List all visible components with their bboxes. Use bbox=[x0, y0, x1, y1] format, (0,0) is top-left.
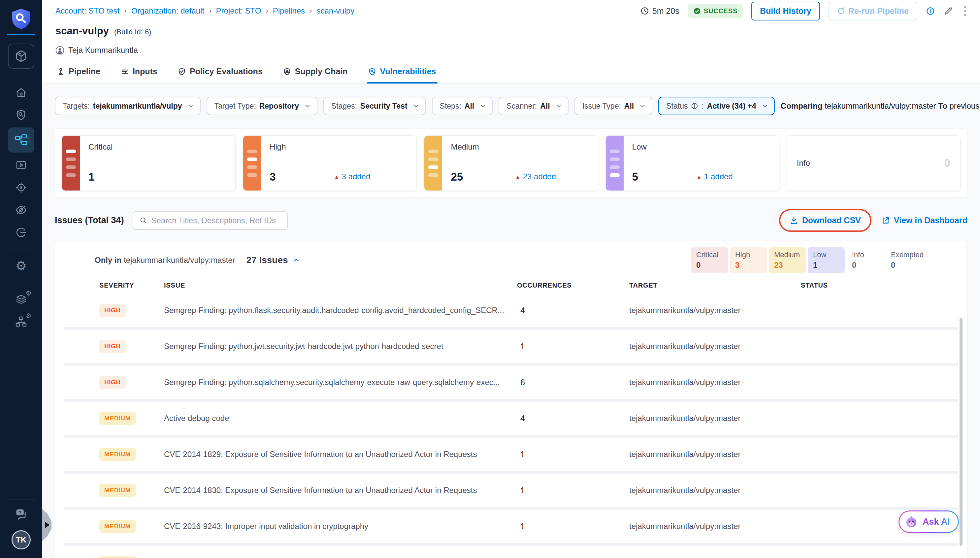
breadcrumb-link[interactable]: Organization: default bbox=[131, 6, 204, 15]
filter-steps-dropdown[interactable]: Steps:All bbox=[432, 97, 493, 115]
breadcrumb-link[interactable]: Account: STO test bbox=[56, 6, 119, 15]
issues-search bbox=[133, 211, 288, 230]
user-avatar[interactable]: TK bbox=[11, 530, 31, 550]
breadcrumb-link[interactable]: scan-vulpy bbox=[316, 6, 354, 15]
tab-pipeline[interactable]: Pipeline bbox=[56, 65, 101, 83]
filter-issue-type-dropdown[interactable]: Issue Type:All bbox=[574, 97, 653, 115]
chevron-down-icon bbox=[413, 103, 419, 109]
annotation-highlight-ring: Download CSV bbox=[779, 209, 872, 232]
chip-high[interactable]: High3 bbox=[730, 247, 767, 273]
executions-icon[interactable] bbox=[8, 154, 34, 176]
filter-target-type-dropdown[interactable]: Target Type:Repository bbox=[206, 97, 317, 115]
severity-card-low[interactable]: Low5▲1 added bbox=[605, 135, 779, 191]
tab-inputs[interactable]: Inputs bbox=[119, 65, 159, 83]
exemptions-icon[interactable] bbox=[8, 199, 34, 221]
chip-exempted[interactable]: Exempted0 bbox=[886, 247, 929, 273]
filter-status-dropdown[interactable]: Status:Active (34) +4 bbox=[658, 97, 775, 115]
issue-target: tejakummarikuntla/vulpy:master bbox=[629, 414, 801, 423]
table-row[interactable]: HIGHSemgrep Finding: python.flask.securi… bbox=[64, 294, 958, 327]
main-area: Account: STO test›Organization: default›… bbox=[42, 0, 980, 558]
status-info-icon bbox=[691, 102, 698, 110]
home-icon[interactable] bbox=[8, 82, 34, 103]
table-scrollbar[interactable] bbox=[960, 318, 962, 546]
table-row[interactable]: MEDIUMCVE-2016-9243: Improper input vali… bbox=[64, 510, 958, 543]
severity-card-medium[interactable]: Medium25▲23 added bbox=[424, 135, 598, 191]
ask-ai-button[interactable]: Ask AI bbox=[898, 510, 959, 533]
sidebar-bottom: ? TK bbox=[0, 500, 42, 558]
severity-card-info[interactable]: Info0 bbox=[787, 135, 960, 191]
chip-medium[interactable]: Medium23 bbox=[769, 247, 806, 273]
severity-badge: HIGH bbox=[99, 340, 126, 353]
occurrences-count: 1 bbox=[517, 486, 629, 495]
tab-vulnerabilities[interactable]: Vulnerabilities bbox=[367, 65, 438, 83]
build-duration: 5m 20s bbox=[640, 6, 679, 16]
issue-target: tejakummarikuntla/vulpy:master bbox=[629, 378, 801, 387]
filter-targets-dropdown[interactable]: Targets:tejakummarikuntla/vulpy bbox=[55, 97, 201, 115]
breadcrumb-separator: › bbox=[124, 7, 126, 15]
pipelines-icon[interactable] bbox=[8, 128, 34, 153]
issue-title: CVE-2014-1829: Exposure of Sensitive Inf… bbox=[164, 450, 517, 459]
breadcrumb-link[interactable]: Pipelines bbox=[273, 6, 305, 15]
filters-row: Targets:tejakummarikuntla/vulpyTarget Ty… bbox=[55, 97, 967, 115]
group-scope-label: Only in tejakummarikuntla/vulpy:master bbox=[95, 256, 235, 265]
severity-card-high[interactable]: High3▲3 added bbox=[243, 135, 417, 191]
vulnerabilities-content: Targets:tejakummarikuntla/vulpyTarget Ty… bbox=[42, 84, 980, 558]
person-avatar-icon bbox=[56, 46, 64, 55]
search-input[interactable] bbox=[151, 216, 281, 225]
filter-stages-dropdown[interactable]: Stages:Security Test bbox=[323, 97, 426, 115]
clock-icon bbox=[640, 7, 649, 15]
table-row[interactable]: MEDIUMCVE-2014-1830: Exposure of Sensiti… bbox=[64, 474, 958, 507]
build-history-button[interactable]: Build History bbox=[751, 2, 820, 20]
filter-scanner-dropdown[interactable]: Scanner:All bbox=[499, 97, 568, 115]
breadcrumb-link[interactable]: Project: STO bbox=[216, 6, 261, 15]
edit-pencil-icon[interactable] bbox=[943, 6, 953, 16]
topbar: Account: STO test›Organization: default›… bbox=[42, 0, 980, 22]
added-delta-link[interactable]: ▲1 added bbox=[697, 172, 733, 181]
more-options-menu-icon[interactable] bbox=[962, 5, 969, 17]
help-chat-icon[interactable]: ? bbox=[15, 507, 28, 520]
column-header-target: TARGET bbox=[629, 282, 801, 289]
sidebar-nav: ⚙⚙⚙ bbox=[0, 82, 42, 333]
chip-info[interactable]: Info0 bbox=[847, 247, 883, 273]
tab-supply-chain[interactable]: Supply Chain bbox=[282, 65, 349, 83]
occurrences-count: 4 bbox=[517, 414, 629, 423]
download-csv-button[interactable]: Download CSV bbox=[790, 216, 861, 225]
severity-badge: MEDIUM bbox=[99, 484, 136, 497]
chip-critical[interactable]: Critical0 bbox=[691, 247, 728, 273]
severity-badge: HIGH bbox=[99, 304, 126, 317]
added-delta-link[interactable]: ▲3 added bbox=[334, 172, 371, 181]
download-icon bbox=[790, 216, 798, 225]
governance-icon[interactable]: ⚙ bbox=[8, 311, 34, 332]
scans-icon[interactable] bbox=[8, 104, 34, 125]
module-selector[interactable] bbox=[8, 44, 34, 69]
title-row: scan-vulpy (Build Id: 6) bbox=[42, 22, 980, 37]
tab-policy-evaluations[interactable]: Policy Evaluations bbox=[177, 65, 264, 83]
severity-gauge bbox=[243, 136, 261, 190]
settings-icon[interactable]: ⚙ bbox=[8, 255, 34, 276]
info-icon[interactable] bbox=[926, 7, 935, 15]
getting-started-icon[interactable] bbox=[8, 222, 34, 243]
severity-count: 5 bbox=[632, 171, 638, 183]
tab-vuln-icon bbox=[368, 68, 376, 75]
view-in-dashboard-button[interactable]: View in Dashboard bbox=[881, 216, 967, 225]
issues-table-panel: Only in tejakummarikuntla/vulpy:master 2… bbox=[55, 241, 967, 558]
page-title: scan-vulpy bbox=[56, 25, 109, 37]
table-row[interactable]: HIGHSemgrep Finding: python.jwt.security… bbox=[64, 330, 958, 363]
table-row[interactable]: HIGHSemgrep Finding: python.sqlalchemy.s… bbox=[64, 366, 958, 399]
table-row[interactable]: MEDIUMActive debug code4tejakummarikuntl… bbox=[64, 402, 958, 435]
severity-card-critical[interactable]: Critical1 bbox=[62, 135, 236, 191]
rerun-pipeline-button[interactable]: Re-run Pipeline bbox=[829, 2, 917, 20]
default-settings-icon[interactable]: ⚙ bbox=[8, 289, 34, 310]
sto-logo-icon[interactable] bbox=[11, 8, 31, 30]
issue-target: tejakummarikuntla/vulpy:master bbox=[629, 342, 801, 351]
targets-icon[interactable] bbox=[8, 177, 34, 198]
table-row[interactable]: MEDIUMCVE-2014-1829: Exposure of Sensiti… bbox=[64, 438, 958, 471]
group-count-toggle[interactable]: 27 Issues bbox=[246, 255, 299, 266]
severity-gauge bbox=[424, 136, 442, 190]
issue-title: Active debug code bbox=[164, 414, 517, 423]
table-row[interactable]: MEDIUMCVE-2017-11424: PyJWT: ...1tejakum… bbox=[64, 546, 958, 558]
issue-title: Semgrep Finding: python.sqlalchemy.secur… bbox=[164, 378, 517, 387]
added-delta-link[interactable]: ▲23 added bbox=[515, 172, 556, 181]
chip-low[interactable]: Low1 bbox=[808, 247, 845, 273]
column-header-severity: SEVERITY bbox=[99, 282, 164, 289]
